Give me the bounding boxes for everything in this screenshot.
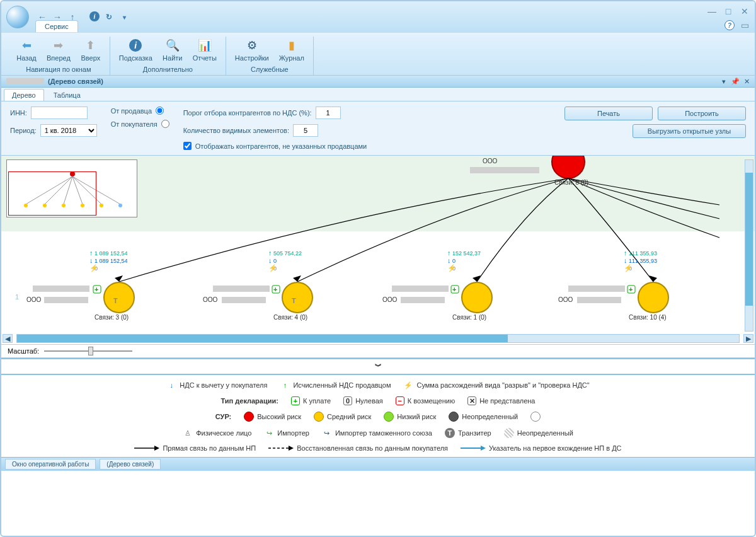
period-select[interactable]: 1 кв. 2018 — [40, 124, 97, 137]
hint-icon: i — [128, 38, 143, 53]
footer-tab-operative[interactable]: Окно оперативной работы — [5, 459, 96, 470]
zoom-row: Масштаб: — [1, 345, 755, 358]
dropdown-icon[interactable]: ▾ — [118, 11, 130, 23]
build-button[interactable]: Построить — [658, 107, 746, 120]
tree-node[interactable]: 152 542,37↑ 0↓ 0⚡ + ООО Связи: 1 (0) — [382, 249, 492, 321]
footer-tabs: Окно оперативной работы (Дерево связей) — [1, 457, 755, 471]
close-icon[interactable]: ✕ — [740, 6, 750, 16]
minimap[interactable] — [6, 159, 137, 217]
svg-text:Связи: 4 (0): Связи: 4 (0) — [273, 314, 307, 321]
scroll-left-icon[interactable]: ◀ — [3, 334, 13, 343]
period-label: Период: — [10, 127, 37, 134]
ribbon-group-label: Навигация по окнам — [13, 63, 105, 75]
back-button[interactable]: ⬅Назад — [13, 37, 40, 63]
legend-text: К возмещению — [408, 397, 455, 405]
svg-text:111 355,93: 111 355,93 — [629, 258, 657, 264]
svg-text:505 754,22: 505 754,22 — [273, 250, 302, 257]
svg-text:↓: ↓ — [89, 257, 93, 264]
tree-node[interactable]: 1 089 152,54↑ 1 089 152,54↓ 0⚡ Т + ООО С… — [26, 249, 134, 321]
info-icon[interactable]: i — [89, 11, 100, 21]
inn-input[interactable] — [31, 107, 88, 119]
export-nodes-button[interactable]: Выгрузить открытые узлы — [633, 124, 746, 138]
minimap-viewport[interactable] — [8, 171, 96, 216]
panel-pin-icon[interactable]: 📌 — [731, 77, 740, 86]
journal-button[interactable]: ▮Журнал — [275, 37, 308, 63]
forward-icon: ➡ — [51, 38, 66, 53]
maximize-icon[interactable]: □ — [723, 6, 733, 16]
person-icon: ♙ — [183, 428, 193, 438]
ribbon-group-navigation: ⬅Назад ➡Вперед ⬆Вверх Навигация по окнам — [8, 37, 110, 75]
service-tab[interactable]: Сервис — [35, 20, 78, 32]
tab-table[interactable]: Таблица — [45, 89, 89, 101]
expand-bar[interactable]: ︾ — [1, 358, 755, 375]
scroll-right-icon[interactable]: ▶ — [743, 334, 753, 343]
svg-text:Т: Т — [292, 297, 296, 304]
minus-box-icon: − — [396, 396, 404, 405]
app-tab-strip: Сервис — [35, 20, 78, 32]
up-icon: ⬆ — [83, 38, 98, 53]
panel-close-icon[interactable]: ✕ — [742, 77, 751, 86]
tab-tree[interactable]: Дерево — [4, 89, 44, 101]
forward-button[interactable]: ➡Вперед — [43, 37, 74, 63]
up-button[interactable]: ⬆Вверх — [77, 37, 105, 63]
reports-button[interactable]: 📊Отчеты — [189, 37, 220, 63]
svg-point-38 — [282, 282, 312, 313]
page-number: 1 — [15, 293, 19, 301]
visible-label: Количество видимых элементов: — [183, 127, 289, 134]
window-icon[interactable]: ▭ — [740, 20, 750, 30]
gear-icon: ⚙ — [244, 38, 260, 53]
svg-rect-13 — [470, 167, 539, 173]
svg-marker-75 — [289, 446, 294, 451]
zoom-slider[interactable] — [44, 348, 132, 354]
svg-text:↑: ↑ — [268, 249, 272, 257]
from-seller-radio[interactable] — [156, 107, 164, 115]
bolt-icon: ⚡ — [403, 380, 413, 390]
tree-node[interactable]: 505 754,22↑ 0↓ 0⚡ Т + ООО Связи: 4 (0) — [203, 249, 312, 321]
svg-text:0: 0 — [452, 258, 455, 264]
legend-text: Неопределенный — [462, 413, 518, 420]
legend-text: Транзитер — [458, 429, 491, 437]
legend-text: Исчисленный НДС продавцом — [293, 381, 391, 389]
legend-text: Сумма расхождений вида "разрыв" и "прове… — [416, 381, 589, 389]
titlebar: ← → ↑ i ↻ ▾ — □ ✕ ? ▭ Сервис — [1, 1, 755, 33]
legend-text: Прямая связь по данным НП — [163, 444, 256, 452]
legend-text: Высокий риск — [257, 413, 301, 420]
hint-button[interactable]: iПодсказка — [115, 37, 156, 63]
legend-text: Неопределенный — [517, 429, 573, 437]
root-node-circle[interactable] — [552, 156, 585, 178]
minimize-icon[interactable]: — — [707, 6, 717, 16]
settings-button[interactable]: ⚙Настройки — [231, 37, 273, 63]
legend: ↓НДС к вычету у покупателя ↑Исчисленный … — [1, 375, 755, 457]
show-unlisted-label: Отображать контрагентов, не указанных пр… — [195, 142, 367, 150]
from-seller-label: От продавца — [111, 107, 152, 115]
vertical-scrollbar[interactable] — [745, 159, 753, 332]
footer-tab-tree[interactable]: (Дерево связей) — [100, 459, 161, 470]
horizontal-scrollbar[interactable] — [16, 334, 740, 343]
svg-text:↓: ↓ — [624, 257, 627, 264]
from-buyer-radio[interactable] — [161, 120, 169, 128]
svg-text:⚡: ⚡ — [447, 263, 456, 272]
plus-box-icon: + — [291, 396, 300, 405]
diagram-area[interactable]: ООО Связи: 8 (0) 1 089 152,54↑ 1 089 152… — [1, 156, 755, 345]
app-logo-icon — [6, 6, 29, 28]
panel-dropdown-icon[interactable]: ▾ — [719, 77, 728, 86]
help-icon[interactable]: ? — [724, 20, 735, 30]
show-unlisted-checkbox[interactable] — [183, 142, 192, 150]
svg-text:↑: ↑ — [624, 249, 627, 257]
svg-rect-42 — [213, 286, 270, 292]
ribbon-group-label: Служебные — [231, 63, 308, 75]
tree-node[interactable]: 111 355,93↑ 111 355,93↓ 0⚡ + ООО Связи: … — [558, 249, 668, 321]
find-button[interactable]: 🔍Найти — [159, 37, 186, 63]
refresh-icon[interactable]: ↻ — [103, 11, 115, 23]
svg-text:Связи: 1 (0): Связи: 1 (0) — [452, 314, 486, 321]
threshold-input[interactable] — [316, 107, 341, 119]
svg-rect-30 — [44, 297, 88, 303]
blue-arrow-icon — [461, 445, 486, 451]
legend-text: НДС к вычету у покупателя — [180, 381, 267, 389]
ribbon: ⬅Назад ➡Вперед ⬆Вверх Навигация по окнам… — [1, 33, 755, 76]
legend-text: Низкий риск — [397, 413, 436, 420]
print-button[interactable]: Печать — [564, 107, 653, 120]
svg-text:+: + — [629, 286, 633, 293]
svg-rect-70 — [577, 297, 621, 303]
visible-input[interactable] — [293, 124, 318, 137]
